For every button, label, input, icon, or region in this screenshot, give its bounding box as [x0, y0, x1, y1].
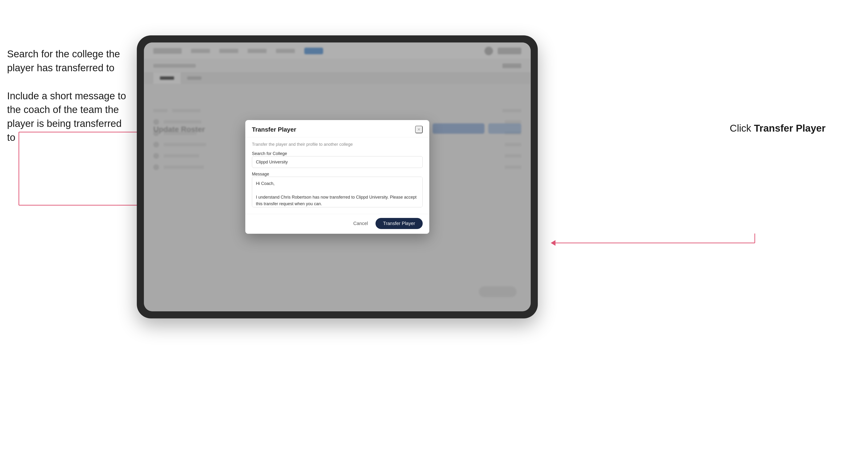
transfer-player-modal: Transfer Player × Transfer the player an…	[245, 120, 429, 234]
modal-body: Transfer the player and their profile to…	[245, 137, 429, 214]
modal-title: Transfer Player	[252, 126, 296, 133]
annotation-message-text: Include a short message to the coach of …	[7, 89, 130, 145]
modal-close-button[interactable]: ×	[415, 126, 423, 133]
message-label: Message	[252, 172, 269, 177]
transfer-player-button[interactable]: Transfer Player	[375, 218, 423, 229]
search-college-label: Search for College	[252, 151, 287, 156]
left-annotations: Search for the college the player has tr…	[7, 47, 130, 159]
annotation-search-text: Search for the college the player has tr…	[7, 47, 130, 75]
cancel-button[interactable]: Cancel	[349, 218, 372, 228]
annotation-transfer-bold: Transfer Player	[754, 123, 826, 134]
tablet-device: Update Roster	[137, 35, 538, 318]
annotation-click-text: Click	[730, 123, 754, 134]
modal-header: Transfer Player ×	[245, 120, 429, 137]
modal-overlay: Transfer Player × Transfer the player an…	[144, 42, 531, 311]
message-textarea[interactable]: Hi Coach, I understand Chris Robertson h…	[252, 177, 423, 207]
search-college-input[interactable]	[252, 156, 423, 168]
right-annotation: Click Transfer Player	[730, 123, 826, 134]
modal-footer: Cancel Transfer Player	[245, 214, 429, 234]
svg-marker-7	[551, 240, 555, 246]
tablet-screen: Update Roster	[144, 42, 531, 311]
modal-subtitle-text: Transfer the player and their profile to…	[252, 142, 423, 147]
